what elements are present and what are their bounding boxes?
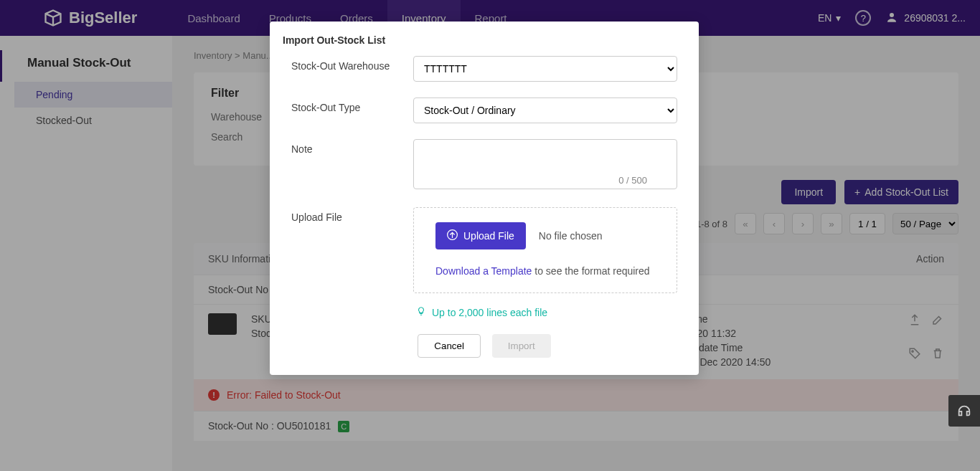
- modal-import-button[interactable]: Import: [492, 334, 551, 358]
- download-template-link[interactable]: Download a Template: [435, 265, 532, 277]
- note-label: Note: [291, 139, 413, 155]
- template-line: Download a Template to see the format re…: [435, 265, 655, 277]
- note-textarea[interactable]: [413, 139, 677, 189]
- warehouse-label: Stock-Out Warehouse: [291, 56, 413, 72]
- type-select[interactable]: Stock-Out / Ordinary: [413, 97, 677, 123]
- bulb-icon: [416, 306, 426, 318]
- support-fab[interactable]: [948, 395, 980, 427]
- warehouse-select[interactable]: TTTTTTT: [413, 56, 677, 82]
- upload-file-button[interactable]: Upload File: [435, 222, 526, 249]
- upload-label: Upload File: [291, 207, 413, 223]
- upload-hint: Up to 2,000 lines each file: [413, 306, 677, 318]
- headset-icon: [956, 403, 972, 419]
- upload-zone: Upload File No file chosen Download a Te…: [413, 207, 677, 293]
- type-label: Stock-Out Type: [291, 97, 413, 113]
- cancel-button[interactable]: Cancel: [418, 334, 481, 358]
- upload-status: No file chosen: [539, 230, 603, 242]
- modal-title: Import Out-Stock List: [270, 22, 699, 56]
- upload-icon: [447, 229, 458, 242]
- import-modal: Import Out-Stock List Stock-Out Warehous…: [270, 22, 699, 375]
